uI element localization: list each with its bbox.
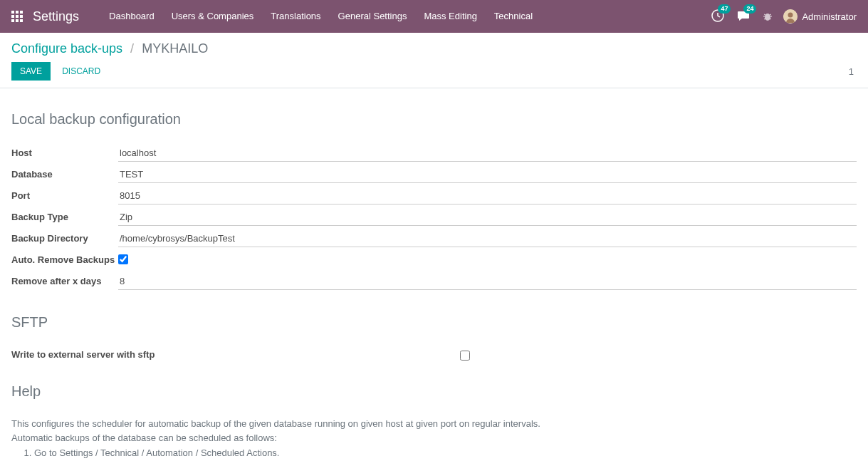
svg-rect-6 (11, 19, 14, 22)
apps-icon[interactable] (11, 11, 23, 22)
input-host[interactable] (118, 145, 857, 162)
label-host: Host (11, 145, 118, 160)
breadcrumb-current: MYKHAILO (142, 41, 208, 56)
svg-point-18 (788, 13, 793, 18)
label-backup-type: Backup Type (11, 209, 118, 224)
svg-line-13 (764, 14, 765, 15)
nav-technical[interactable]: Technical (486, 0, 541, 33)
save-button[interactable]: Save (11, 62, 51, 81)
svg-rect-2 (20, 11, 23, 14)
input-remove-after[interactable] (118, 273, 857, 290)
help-line1: This configures the scheduler for automa… (11, 417, 857, 431)
nav-mass-editing[interactable]: Mass Editing (415, 0, 485, 33)
topbar: Settings Dashboard Users & Companies Tra… (0, 0, 868, 33)
nav-dashboard[interactable]: Dashboard (100, 0, 163, 33)
label-backup-dir: Backup Directory (11, 230, 118, 245)
label-port: Port (11, 187, 118, 202)
input-backup-type[interactable] (118, 209, 857, 226)
svg-line-15 (764, 19, 765, 19)
username: Administrator (802, 11, 857, 22)
section-help-title: Help (11, 383, 857, 400)
svg-rect-5 (20, 15, 23, 18)
messages-icon[interactable]: 24 (736, 9, 752, 24)
nav-translations[interactable]: Translations (262, 0, 329, 33)
label-auto-remove: Auto. Remove Backups (11, 252, 118, 266)
input-database[interactable] (118, 166, 857, 183)
topbar-right: 47 24 Administrator (711, 9, 857, 24)
svg-line-14 (770, 14, 771, 15)
avatar (783, 9, 798, 24)
svg-point-10 (765, 14, 770, 21)
section-local-backup-title: Local backup configuration (11, 111, 857, 128)
user-menu[interactable]: Administrator (783, 9, 857, 24)
checkbox-auto-remove[interactable] (118, 254, 128, 264)
help-line2: Automatic backups of the database can be… (11, 431, 857, 445)
help-text: This configures the scheduler for automa… (11, 417, 857, 461)
nav-users-companies[interactable]: Users & Companies (163, 0, 263, 33)
checkbox-sftp-write[interactable] (460, 351, 470, 361)
svg-rect-7 (16, 19, 19, 22)
svg-rect-4 (16, 15, 19, 18)
action-bar: Save Discard 1 (0, 62, 868, 88)
label-remove-after: Remove after x days (11, 273, 118, 288)
svg-rect-0 (11, 11, 14, 14)
form-content: Local backup configuration Host Database… (0, 88, 868, 461)
bug-icon[interactable] (762, 11, 773, 22)
breadcrumb-sep: / (130, 41, 134, 56)
nav-general-settings[interactable]: General Settings (330, 0, 416, 33)
input-port[interactable] (118, 187, 857, 204)
svg-rect-1 (16, 11, 19, 14)
discard-button[interactable]: Discard (62, 66, 100, 76)
label-database: Database (11, 166, 118, 181)
breadcrumb-link[interactable]: Configure back-ups (11, 41, 122, 56)
svg-line-16 (770, 19, 771, 19)
input-backup-dir[interactable] (118, 230, 857, 247)
section-sftp-title: SFTP (11, 314, 857, 331)
svg-rect-3 (11, 15, 14, 18)
activity-icon[interactable]: 47 (711, 9, 726, 24)
svg-rect-8 (20, 19, 23, 22)
app-title: Settings (33, 9, 79, 24)
messages-badge: 24 (743, 4, 756, 14)
activity-badge: 47 (718, 4, 731, 14)
breadcrumb: Configure back-ups / MYKHAILO (0, 33, 868, 62)
label-sftp-write: Write to external server with sftp (11, 349, 460, 360)
page-indicator: 1 (849, 66, 857, 77)
help-step1: Go to Settings / Technical / Automation … (34, 446, 857, 460)
control-panel: Configure back-ups / MYKHAILO Save Disca… (0, 33, 868, 88)
main-nav: Dashboard Users & Companies Translations… (100, 0, 541, 33)
